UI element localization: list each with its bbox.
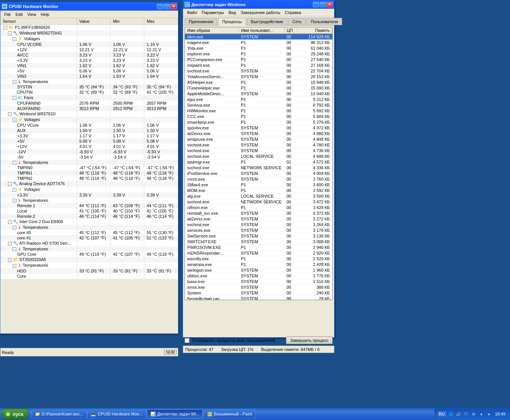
hwmon-row[interactable]: -⚡ Voltages [0, 187, 178, 192]
hwmon-col-min[interactable]: Min [111, 18, 144, 25]
taskmgr-close-button[interactable]: ✕ [327, 2, 333, 7]
taskmgr-maximize-button[interactable]: □ [320, 2, 326, 7]
process-row[interactable]: SwiService.exe SYSTEM 00 3 136 КБ [185, 233, 332, 239]
hwmon-row[interactable]: VIN1 1.62 V 1.62 V 1.62 V [0, 63, 178, 68]
hwmon-row[interactable]: -🌡 Temperatures [0, 198, 178, 203]
process-row[interactable]: winampa.exe P1 00 2 428 КБ [185, 262, 332, 267]
tree-expand-icon[interactable]: - [8, 242, 12, 245]
tree-expand-icon[interactable]: - [8, 112, 12, 116]
tree-expand-icon[interactable]: - [13, 188, 16, 192]
tree-expand-icon[interactable]: - [13, 226, 16, 230]
tree-expand-icon[interactable]: - [13, 161, 16, 165]
hwmon-row[interactable]: AUXFANIN0 3013 RPM 2812 RPM 3013 RPM [0, 106, 178, 111]
process-row[interactable]: AppleMobileDevic... SYSTEM 00 13 040 КБ [185, 91, 332, 97]
tree-expand-icon[interactable]: - [3, 26, 7, 30]
process-row[interactable]: Бездействие сис... SYSTEM 99 28 КБ [185, 296, 332, 300]
tray-language[interactable]: RU [437, 411, 447, 417]
process-row[interactable]: svchost.exe SYSTEM 00 22 704 КБ [185, 68, 332, 74]
end-process-button[interactable]: Завершить процесс [286, 337, 333, 344]
hwmon-row[interactable]: HDD 33 °C (91 °F) 33 °C (91 °F) 33 °C (9… [0, 268, 178, 274]
process-row[interactable]: spoolsv.exe SYSTEM 00 4 972 КБ [185, 125, 332, 131]
hwmon-row[interactable]: -⚡ Voltages [0, 36, 178, 42]
taskbar-app-taskmgr[interactable]: 📊 Диспетчер задач Wi... [147, 409, 203, 418]
tab-users[interactable]: Пользователи [306, 18, 342, 25]
hwmon-row[interactable]: CPU VCORE 1.06 V 1.06 V 1.19 V [0, 42, 178, 47]
hwmon-row[interactable]: VIN3 1.64 V 1.63 V 1.64 V [0, 74, 178, 79]
tree-expand-icon[interactable]: - [8, 220, 12, 224]
process-row[interactable]: YotaAccessServic... SYSTEM 00 20 152 КБ [185, 74, 332, 80]
hwmon-row[interactable]: TMPIN0 -47 °C (-54 °F) -47 °C (-54 °F) -… [0, 165, 178, 170]
hwmon-row[interactable]: -🌡 Temperatures [0, 246, 178, 252]
process-row[interactable]: alg.exe LOCAL SERVICE 00 3 500 КБ [185, 193, 332, 199]
hwmon-row[interactable]: Local 41 °C (105 °F) 40 °C (103 °F) 41 °… [0, 208, 178, 214]
hwmon-row[interactable]: Core [0, 274, 178, 279]
hwmon-row[interactable]: -🌡 Temperatures [0, 263, 178, 268]
hwmon-col-value[interactable]: Value [77, 18, 111, 25]
hwmon-row[interactable]: AVCC 3.23 V 3.23 V 3.23 V [0, 52, 178, 58]
process-row[interactable]: explorer.exe P1 00 29 248 КБ [185, 51, 332, 57]
menu-edit[interactable]: Edit [13, 11, 25, 17]
hwmon-row[interactable]: -🔧 Analog Device ADT7475 [0, 181, 178, 187]
process-row[interactable]: svchost.exe LOCAL SERVICE 00 4 688 КБ [185, 154, 332, 159]
process-row[interactable]: svchost.exe SYSTEM 00 4 780 КБ [185, 142, 332, 148]
process-row[interactable]: ctfmon.exe P1 00 3 428 КБ [185, 205, 332, 211]
tree-expand-icon[interactable]: - [13, 37, 16, 41]
menu-view[interactable]: View [25, 11, 39, 17]
hwmon-row[interactable]: -5V -3.54 V -3.54 V -3.54 V [0, 154, 178, 160]
hwmon-row[interactable]: Remote 2 46 °C (114 °F) 46 °C (114 °F) 4… [0, 214, 178, 219]
start-button[interactable]: ⊞ пуск [2, 409, 28, 419]
hwmon-row[interactable]: +3.3V 3.23 V 3.23 V 3.23 V [0, 58, 178, 63]
hwmon-row[interactable]: -📁 P1-89FF10B60620 [0, 25, 178, 31]
tab-performance[interactable]: Быстродействие [247, 18, 287, 25]
hwmon-row[interactable]: -🔧 Intel Core 2 Duo E8400 [0, 219, 178, 225]
taskbar-app-paint[interactable]: 🖼️ Безымянный - Paint [204, 409, 256, 418]
col-memory[interactable]: Память [298, 27, 332, 34]
taskbar-app-explorer[interactable]: 📁 D:\Разное\Комп-вос... [32, 409, 87, 418]
process-row[interactable]: services.exe SYSTEM 00 3 176 КБ [185, 228, 332, 233]
taskmgr-menu-view[interactable]: Вид [226, 9, 238, 16]
process-row[interactable]: csrss.exe SYSTEM 00 3 760 КБ [185, 176, 332, 182]
taskmgr-minimize-button[interactable]: _ [313, 2, 319, 7]
process-row[interactable]: Yota.exe P1 00 61 040 КБ [185, 46, 332, 51]
hwmon-row[interactable]: +12V 4.01 V 4.01 V 4.01 V [0, 144, 178, 149]
hwmon-row[interactable]: +5V 5.06 V 5.06 V 5.06 V [0, 68, 178, 74]
taskmgr-menu-help[interactable]: Справка [283, 9, 303, 16]
process-row[interactable]: iPodService.exe SYSTEM 00 4 004 КБ [185, 171, 332, 176]
process-row[interactable]: winlogon.exe SYSTEM 00 1 960 КБ [185, 267, 332, 273]
tree-expand-icon[interactable]: - [13, 118, 16, 122]
hwmon-col-max[interactable]: Max [144, 18, 178, 25]
process-row[interactable]: ekrn.exe SYSTEM 00 114 928 КБ [185, 34, 332, 40]
process-row[interactable]: mDNSResponder... SYSTEM 00 2 920 КБ [185, 250, 332, 256]
hwmon-row[interactable]: +12V 12.21 V 12.21 V 12.21 V [0, 47, 178, 52]
hwmon-row[interactable]: CPUTIN 32 °C (89 °F) 32 °C (89 °F) 41 °C… [0, 90, 178, 95]
process-row[interactable]: lsass.exe SYSTEM 00 1 516 КБ [185, 279, 332, 285]
process-row[interactable]: SWITCHIT.EXE SYSTEM 00 3 008 КБ [185, 239, 332, 245]
show-all-processes-checkbox[interactable] [185, 338, 189, 343]
process-row[interactable]: magent.exe P1 00 96 312 КБ [185, 40, 332, 46]
taskmgr-menu-file[interactable]: Файл [185, 9, 199, 16]
tab-applications[interactable]: Приложения [185, 18, 217, 25]
process-row[interactable]: wmipruse.exe SYSTEM 00 4 848 КБ [185, 137, 332, 142]
process-row[interactable]: iTunesHelper.exe P1 00 15 000 КБ [185, 85, 332, 91]
process-row[interactable]: ASHelper.exe P1 00 15 948 КБ [185, 80, 332, 85]
tree-expand-icon[interactable]: - [13, 264, 16, 268]
process-row[interactable]: Sensiva.exe P1 00 6 792 КБ [185, 102, 332, 108]
hwmon-row[interactable]: -🔧 Winbond W83627DHG [0, 30, 178, 36]
process-row[interactable]: MOM.exe P1 00 3 592 КБ [185, 188, 332, 193]
hwmon-row[interactable]: -🔧 Winbond W83791D [0, 111, 178, 117]
process-row[interactable]: svchost.exe NETWORK SERVICE 00 4 336 КБ [185, 165, 332, 171]
tree-expand-icon[interactable]: - [8, 258, 12, 262]
hwmon-maximize-button[interactable]: □ [164, 4, 170, 9]
hwmon-row[interactable]: -🌡 Temperatures [0, 79, 178, 84]
tree-expand-icon[interactable]: - [13, 247, 16, 251]
process-row[interactable]: SMax4.exe P1 00 3 600 КБ [185, 182, 332, 188]
process-row[interactable]: smss.exe SYSTEM 00 388 КБ [185, 285, 332, 290]
hwmon-row[interactable]: core #0 45 °C (112 °F) 45 °C (112 °F) 55… [0, 230, 178, 235]
hwmon-row[interactable]: core #1 42 °C (107 °F) 41 °C (105 °F) 51… [0, 235, 178, 241]
taskbar-app-hwmon[interactable]: 💻 CPUID Hardware Мон... [87, 409, 146, 418]
process-row[interactable]: reinstall_svc.exe SYSTEM 00 3 372 КБ [185, 211, 332, 216]
tray-clock[interactable]: 18:49 [493, 412, 507, 416]
col-username[interactable]: Имя пользоват... [238, 27, 284, 34]
menu-file[interactable]: File [2, 11, 13, 17]
hwmon-row[interactable]: CPUFANIN0 2576 RPM 2500 RPM 2657 RPM [0, 101, 178, 106]
